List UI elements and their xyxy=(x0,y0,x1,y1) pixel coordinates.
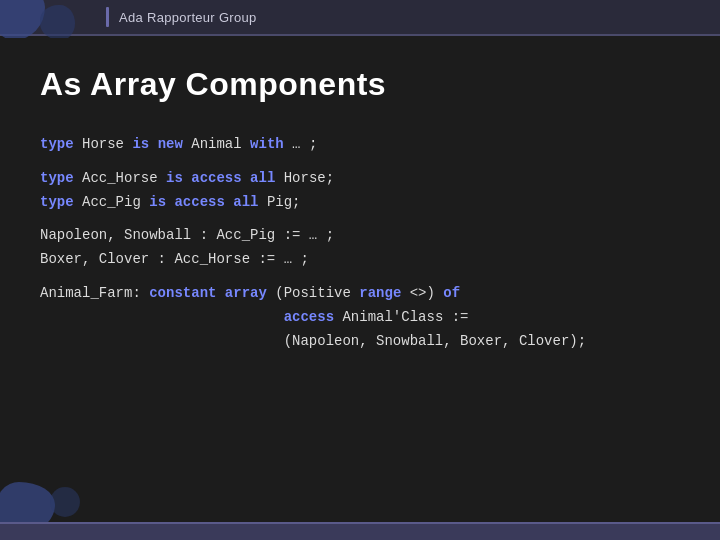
page-title: As Array Components xyxy=(40,66,680,103)
bottom-bar xyxy=(0,522,720,540)
decoration-bottom-left xyxy=(0,467,90,522)
code-line-2: type Acc_Horse is access all Horse; xyxy=(40,167,680,191)
code-line-5: Boxer, Clover : Acc_Horse := … ; xyxy=(40,248,680,272)
spacer-3 xyxy=(40,272,680,282)
code-line-1: type Horse is new Animal with … ; xyxy=(40,133,680,157)
header-title: Ada Rapporteur Group xyxy=(119,10,257,25)
code-line-6: Animal_Farm: constant array (Positive ra… xyxy=(40,282,680,306)
keyword-type-1: type xyxy=(40,136,74,152)
slide-content: As Array Components type Horse is new An… xyxy=(0,36,720,522)
spacer-1 xyxy=(40,157,680,167)
code-line-3: type Acc_Pig is access all Pig; xyxy=(40,191,680,215)
decoration-top-left xyxy=(0,0,90,38)
slide: Ada Rapporteur Group As Array Components… xyxy=(0,0,720,540)
spacer-2 xyxy=(40,214,680,224)
header-bar: Ada Rapporteur Group xyxy=(0,0,720,36)
code-line-7: access Animal'Class := xyxy=(40,306,680,330)
code-line-4: Napoleon, Snowball : Acc_Pig := … ; xyxy=(40,224,680,248)
code-block: type Horse is new Animal with … ; type A… xyxy=(40,133,680,353)
header-divider xyxy=(106,7,109,27)
code-line-8: (Napoleon, Snowball, Boxer, Clover); xyxy=(40,330,680,354)
